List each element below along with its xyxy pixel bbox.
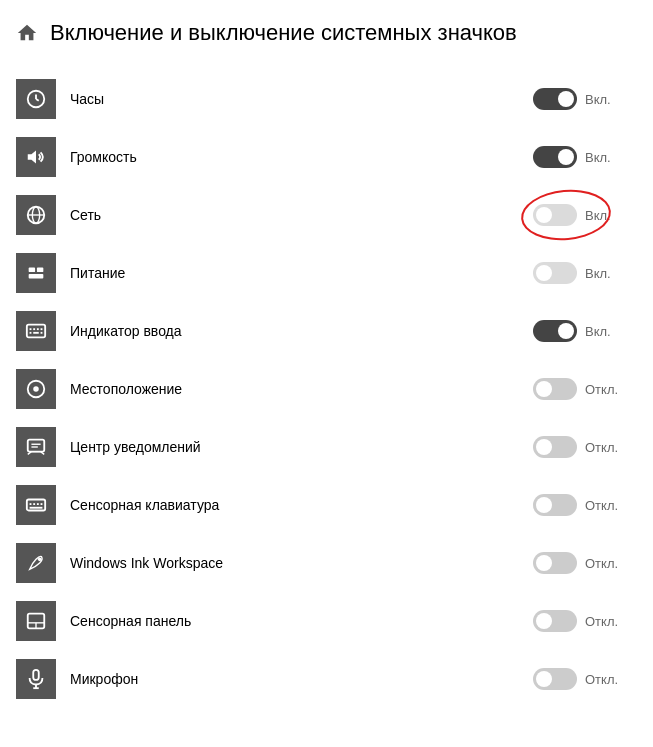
ink-icon-box [16,543,56,583]
network-toggle-area: Вкл. [533,204,633,226]
home-icon [16,22,38,44]
volume-toggle[interactable] [533,146,577,168]
network-toggle-knob [536,207,552,223]
touchpad-label: Сенсорная панель [70,613,533,629]
network-label: Сеть [70,207,533,223]
power-icon [25,262,47,284]
keyboard-toggle[interactable] [533,494,577,516]
item-row-ink: Windows Ink WorkspaceОткл. [16,534,633,592]
input-icon-box [16,311,56,351]
network-icon [25,204,47,226]
volume-icon [25,146,47,168]
item-row-mic: МикрофонОткл. [16,650,633,708]
touchpad-toggle-area: Откл. [533,610,633,632]
location-toggle-area: Откл. [533,378,633,400]
location-toggle-knob [536,381,552,397]
keyboard-state-label: Откл. [585,498,621,513]
volume-label: Громкость [70,149,533,165]
item-row-keyboard: Сенсорная клавиатураОткл. [16,476,633,534]
item-row-input: Индикатор вводаВкл. [16,302,633,360]
page-header: Включение и выключение системных значков [16,20,633,46]
item-row-notification: Центр уведомленийОткл. [16,418,633,476]
item-row-location: МестоположениеОткл. [16,360,633,418]
ink-toggle-area: Откл. [533,552,633,574]
input-toggle-knob [558,323,574,339]
touchpad-state-label: Откл. [585,614,621,629]
mic-label: Микрофон [70,671,533,687]
input-icon [25,320,47,342]
keyboard-icon [25,494,47,516]
clock-toggle-knob [558,91,574,107]
input-label: Индикатор ввода [70,323,533,339]
clock-label: Часы [70,91,533,107]
touchpad-icon-box [16,601,56,641]
page-title: Включение и выключение системных значков [50,20,517,46]
item-row-clock: ЧасыВкл. [16,70,633,128]
touchpad-toggle-knob [536,613,552,629]
power-toggle-area: Вкл. [533,262,633,284]
clock-toggle-area: Вкл. [533,88,633,110]
keyboard-toggle-knob [536,497,552,513]
notification-toggle-knob [536,439,552,455]
notification-label: Центр уведомлений [70,439,533,455]
location-icon [25,378,47,400]
location-state-label: Откл. [585,382,621,397]
mic-icon-box [16,659,56,699]
item-row-touchpad: Сенсорная панельОткл. [16,592,633,650]
network-icon-box [16,195,56,235]
page-container: Включение и выключение системных значков… [16,20,633,708]
notification-icon-box [16,427,56,467]
clock-state-label: Вкл. [585,92,621,107]
notification-toggle-area: Откл. [533,436,633,458]
input-state-label: Вкл. [585,324,621,339]
ink-label: Windows Ink Workspace [70,555,533,571]
power-label: Питание [70,265,533,281]
power-toggle-knob [536,265,552,281]
location-label: Местоположение [70,381,533,397]
ink-toggle-knob [536,555,552,571]
ink-toggle[interactable] [533,552,577,574]
network-toggle[interactable] [533,204,577,226]
volume-toggle-knob [558,149,574,165]
volume-icon-box [16,137,56,177]
input-toggle-area: Вкл. [533,320,633,342]
items-list: ЧасыВкл.ГромкостьВкл.СетьВкл.ПитаниеВкл.… [16,70,633,708]
mic-toggle[interactable] [533,668,577,690]
notification-icon [25,436,47,458]
power-icon-box [16,253,56,293]
location-icon-box [16,369,56,409]
ink-state-label: Откл. [585,556,621,571]
mic-icon [25,668,47,690]
keyboard-icon-box [16,485,56,525]
item-row-volume: ГромкостьВкл. [16,128,633,186]
item-row-network: СетьВкл. [16,186,633,244]
volume-state-label: Вкл. [585,150,621,165]
network-state-label: Вкл. [585,208,621,223]
clock-icon-box [16,79,56,119]
notification-toggle[interactable] [533,436,577,458]
mic-toggle-area: Откл. [533,668,633,690]
volume-toggle-area: Вкл. [533,146,633,168]
notification-state-label: Откл. [585,440,621,455]
mic-toggle-knob [536,671,552,687]
input-toggle[interactable] [533,320,577,342]
location-toggle[interactable] [533,378,577,400]
keyboard-label: Сенсорная клавиатура [70,497,533,513]
clock-toggle[interactable] [533,88,577,110]
mic-state-label: Откл. [585,672,621,687]
touchpad-icon [25,610,47,632]
item-row-power: ПитаниеВкл. [16,244,633,302]
touchpad-toggle[interactable] [533,610,577,632]
clock-icon [25,88,47,110]
power-toggle[interactable] [533,262,577,284]
ink-icon [25,552,47,574]
power-state-label: Вкл. [585,266,621,281]
keyboard-toggle-area: Откл. [533,494,633,516]
